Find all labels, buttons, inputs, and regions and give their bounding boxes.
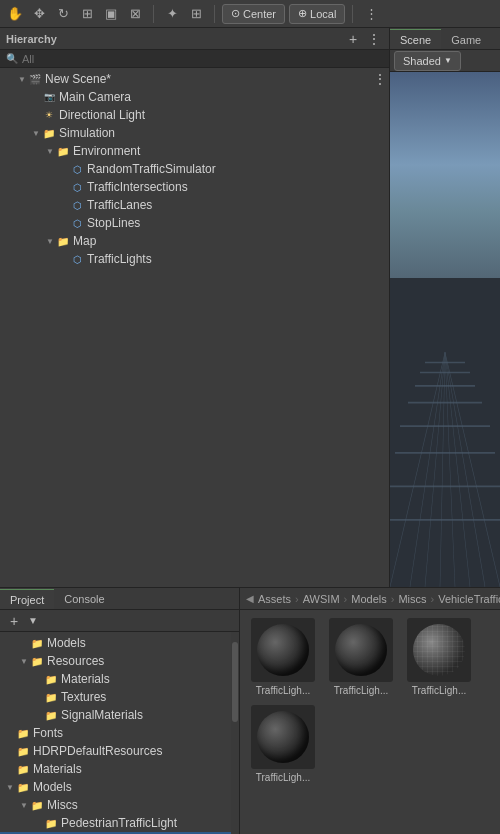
tree-item-traffic-lanes[interactable]: ⬡ TrafficLanes bbox=[0, 196, 389, 214]
materials-arrow bbox=[32, 673, 44, 685]
separator-2 bbox=[214, 5, 215, 23]
scene-toolbar: Shaded ▼ bbox=[390, 50, 500, 72]
main-layout: Hierarchy + ⋮ 🔍 🎬 New Scene* ⋮ bbox=[0, 28, 500, 834]
project-item-models-root[interactable]: 📁 Models bbox=[0, 634, 231, 652]
svg-line-8 bbox=[390, 353, 445, 587]
sl-label: StopLines bbox=[87, 216, 140, 230]
custom-tool-icon[interactable]: ✦ bbox=[161, 3, 183, 25]
asset-item-tl1[interactable]: TrafficLigh... bbox=[248, 618, 318, 697]
rts-label: RandomTrafficSimulator bbox=[87, 162, 216, 176]
scale-tool-icon[interactable]: ⊞ bbox=[76, 3, 98, 25]
grid-icon[interactable]: ⊞ bbox=[185, 3, 207, 25]
project-scrollbar bbox=[231, 632, 239, 834]
scene-label: New Scene* bbox=[45, 72, 111, 86]
hierarchy-search-input[interactable] bbox=[22, 53, 383, 65]
scene-icon: 🎬 bbox=[28, 72, 42, 86]
hierarchy-panel: Hierarchy + ⋮ 🔍 🎬 New Scene* ⋮ bbox=[0, 28, 390, 587]
scene-menu-button[interactable]: ⋮ bbox=[371, 71, 389, 87]
models-label: Models bbox=[33, 780, 72, 794]
asset-item-tl3[interactable]: TrafficLigh... bbox=[404, 618, 474, 697]
project-item-materials[interactable]: 📁 Materials bbox=[0, 670, 231, 688]
environment-label: Environment bbox=[73, 144, 140, 158]
breadcrumb-miscs[interactable]: Miscs bbox=[398, 593, 426, 605]
tree-arrow-camera bbox=[30, 91, 42, 103]
tree-arrow-map bbox=[44, 235, 56, 247]
project-item-hdrp[interactable]: 📁 HDRPDefaultResources bbox=[0, 742, 231, 760]
bottom-section: Project Console + ▼ 📁 Models bbox=[0, 588, 500, 834]
scene-view[interactable] bbox=[390, 72, 500, 587]
transform-tools: ✋ ✥ ↻ ⊞ ▣ ⊠ bbox=[4, 3, 146, 25]
shading-button[interactable]: Shaded ▼ bbox=[394, 51, 461, 71]
tree-item-traffic-intersections[interactable]: ⬡ TrafficIntersections bbox=[0, 178, 389, 196]
asset-grid: TrafficLigh... TrafficLigh... TrafficLig… bbox=[240, 610, 500, 834]
pivot-tools: ✦ ⊞ bbox=[161, 3, 207, 25]
asset-label-tl4: TrafficLigh... bbox=[248, 772, 318, 784]
project-add-button[interactable]: + bbox=[6, 613, 22, 629]
breadcrumb-models[interactable]: Models bbox=[351, 593, 386, 605]
local-button[interactable]: ⊕ Local bbox=[289, 4, 345, 24]
project-item-models[interactable]: 📁 Models bbox=[0, 778, 231, 796]
fonts-arrow bbox=[4, 727, 16, 739]
center-button[interactable]: ⊙ Center bbox=[222, 4, 285, 24]
miscs-label: Miscs bbox=[47, 798, 78, 812]
center-icon: ⊙ bbox=[231, 7, 240, 20]
hierarchy-header: Hierarchy + ⋮ bbox=[0, 28, 389, 50]
tree-arrow-light bbox=[30, 109, 42, 121]
models-root-arrow bbox=[18, 637, 30, 649]
hierarchy-menu-button[interactable]: ⋮ bbox=[365, 31, 383, 47]
asset-item-tl2[interactable]: TrafficLigh... bbox=[326, 618, 396, 697]
tree-arrow-sl bbox=[58, 217, 70, 229]
tab-console[interactable]: Console bbox=[54, 589, 114, 609]
tree-item-environment[interactable]: 📁 Environment bbox=[0, 142, 389, 160]
top-toolbar: ✋ ✥ ↻ ⊞ ▣ ⊠ ✦ ⊞ ⊙ Center ⊕ Local ⋮ bbox=[0, 0, 500, 28]
breadcrumb-assets[interactable]: Assets bbox=[258, 593, 291, 605]
breadcrumb-arrow-icon: ◀ bbox=[246, 593, 254, 604]
miscs-icon: 📁 bbox=[30, 798, 44, 812]
tree-item-traffic-lights[interactable]: ⬡ TrafficLights bbox=[0, 250, 389, 268]
project-item-pedestrian-tl[interactable]: 📁 PedestrianTrafficLight bbox=[0, 814, 231, 832]
hdrp-icon: 📁 bbox=[16, 744, 30, 758]
breadcrumb-vehicle-traffic[interactable]: VehicleTraffic... bbox=[438, 593, 500, 605]
grid-snap-icon[interactable]: ⋮ bbox=[360, 3, 382, 25]
project-item-materials2[interactable]: 📁 Materials bbox=[0, 760, 231, 778]
materials-label: Materials bbox=[61, 672, 110, 686]
models-icon: 📁 bbox=[16, 780, 30, 794]
hdrp-label: HDRPDefaultResources bbox=[33, 744, 162, 758]
tab-game[interactable]: Game bbox=[441, 29, 491, 49]
sphere-icon-1 bbox=[257, 624, 309, 676]
materials2-arrow bbox=[4, 763, 16, 775]
tree-item-random-traffic[interactable]: ⬡ RandomTrafficSimulator bbox=[0, 160, 389, 178]
project-item-resources[interactable]: 📁 Resources bbox=[0, 652, 231, 670]
tree-item-main-camera[interactable]: 📷 Main Camera bbox=[0, 88, 389, 106]
miscs-arrow bbox=[18, 799, 30, 811]
breadcrumb-awsim[interactable]: AWSIM bbox=[303, 593, 340, 605]
sphere-mesh-icon-3 bbox=[413, 624, 465, 676]
project-item-textures[interactable]: 📁 Textures bbox=[0, 688, 231, 706]
svg-line-11 bbox=[440, 353, 445, 587]
asset-item-tl4[interactable]: TrafficLigh... bbox=[248, 705, 318, 784]
move-tool-icon[interactable]: ✥ bbox=[28, 3, 50, 25]
transform-all-icon[interactable]: ⊠ bbox=[124, 3, 146, 25]
main-camera-label: Main Camera bbox=[59, 90, 131, 104]
svg-line-14 bbox=[445, 353, 485, 587]
rect-tool-icon[interactable]: ▣ bbox=[100, 3, 122, 25]
project-toolbar: + ▼ bbox=[0, 610, 239, 632]
tree-item-simulation[interactable]: 📁 Simulation bbox=[0, 124, 389, 142]
tree-arrow-scene bbox=[16, 73, 28, 85]
project-item-signal-materials[interactable]: 📁 SignalMaterials bbox=[0, 706, 231, 724]
rotate-tool-icon[interactable]: ↻ bbox=[52, 3, 74, 25]
tree-item-directional-light[interactable]: ☀ Directional Light bbox=[0, 106, 389, 124]
svg-line-13 bbox=[445, 353, 470, 587]
tab-project[interactable]: Project bbox=[0, 589, 54, 609]
project-item-miscs[interactable]: 📁 Miscs bbox=[0, 796, 231, 814]
tab-scene[interactable]: Scene bbox=[390, 29, 441, 49]
search-icon: 🔍 bbox=[6, 53, 18, 64]
shading-arrow-icon: ▼ bbox=[444, 56, 452, 65]
tlights-label: TrafficLights bbox=[87, 252, 152, 266]
tree-item-map[interactable]: 📁 Map bbox=[0, 232, 389, 250]
tree-item-stop-lines[interactable]: ⬡ StopLines bbox=[0, 214, 389, 232]
hand-tool-icon[interactable]: ✋ bbox=[4, 3, 26, 25]
project-item-fonts[interactable]: 📁 Fonts bbox=[0, 724, 231, 742]
hierarchy-add-button[interactable]: + bbox=[345, 31, 361, 47]
tree-item-new-scene[interactable]: 🎬 New Scene* ⋮ bbox=[0, 70, 389, 88]
